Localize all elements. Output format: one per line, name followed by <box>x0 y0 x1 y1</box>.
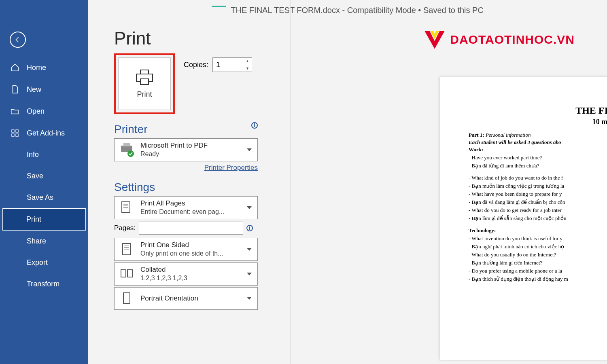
nav-label: Save <box>27 172 43 180</box>
nav-label: Print <box>26 215 41 224</box>
chevron-down-icon <box>247 297 252 300</box>
nav-transform[interactable]: Transform <box>0 273 88 295</box>
pages-label: Pages: <box>114 224 136 232</box>
svg-rect-19 <box>127 270 132 277</box>
home-icon <box>11 63 19 72</box>
nav-label: Home <box>27 63 46 72</box>
nav-share[interactable]: Share <box>0 231 88 252</box>
preview-line: - Do you prefer using a mobile phone or … <box>469 268 607 274</box>
svg-rect-0 <box>12 130 14 132</box>
info-icon[interactable]: i <box>251 122 258 129</box>
grid-icon <box>11 129 19 138</box>
orient-title: Portrait Orientation <box>140 294 241 303</box>
printer-dropdown[interactable]: Microsoft Print to PDF Ready <box>114 138 258 161</box>
scope-title: Print All Pages <box>140 199 241 208</box>
orientation-dropdown[interactable]: Portrait Orientation <box>114 287 258 310</box>
sides-dropdown[interactable]: Print One Sided Only print on one side o… <box>114 238 258 261</box>
nav-addins[interactable]: Get Add-ins <box>0 122 88 144</box>
preview-column: THE FINAL T 10 minut Part 1: Personal in… <box>291 0 607 364</box>
nav-export[interactable]: Export <box>0 252 88 273</box>
copies-spinner[interactable]: ▲ ▼ <box>212 57 252 72</box>
preview-line: - Bạn muốn làm công việc gì trong tương … <box>469 183 607 189</box>
spinner-up[interactable]: ▲ <box>243 58 252 65</box>
settings-heading: Settings <box>114 181 290 194</box>
preview-line: - What invention do you think is useful … <box>469 235 607 242</box>
info-icon[interactable]: i <box>246 225 253 231</box>
preview-line: - Bạn làm gì để sẵn sàng cho một cuộc ph… <box>469 215 607 222</box>
preview-line: - Have you ever worked part time? <box>469 154 607 161</box>
scope-sub: Entire Document: even pag... <box>140 208 241 216</box>
chevron-down-icon <box>247 273 252 275</box>
work-label: Work: <box>469 146 607 153</box>
copies-control: Copies: ▲ ▼ <box>184 57 252 72</box>
svg-rect-18 <box>121 270 126 277</box>
svg-rect-20 <box>123 293 130 303</box>
printer-icon <box>135 69 154 85</box>
sides-sub: Only print on one side of th... <box>140 250 241 258</box>
nav-label: New <box>27 85 41 94</box>
svg-rect-8 <box>123 143 130 146</box>
collate-title: Collated <box>140 265 241 274</box>
preview-line: - Bạn thích sử dụng điện thoại di động h… <box>469 276 607 282</box>
collate-sub: 1,2,3 1,2,3 1,2,3 <box>140 274 241 283</box>
document-icon <box>11 85 19 94</box>
nav-new[interactable]: New <box>0 78 88 100</box>
nav-label: Export <box>27 258 48 267</box>
preview-line: - Bạn nghĩ phát minh nào có ích cho việc… <box>469 243 607 250</box>
printer-status: Ready <box>140 150 241 159</box>
pages-input[interactable] <box>139 222 243 235</box>
page-title: Print <box>114 28 290 49</box>
print-scope-dropdown[interactable]: Print All Pages Entire Document: even pa… <box>114 196 258 219</box>
print-settings-column: Print Print Copies: ▲ <box>88 0 291 364</box>
nav-print[interactable]: Print <box>2 208 86 231</box>
nav-label: Transform <box>27 280 59 288</box>
printer-heading: Printer <box>114 123 290 136</box>
one-sided-icon <box>119 241 135 257</box>
chevron-down-icon <box>247 148 252 151</box>
page-preview: THE FINAL T 10 minut Part 1: Personal in… <box>440 77 607 360</box>
svg-rect-3 <box>16 134 18 136</box>
preview-line: - Bạn đã từng đi làm thêm chưa? <box>469 163 607 169</box>
copies-input[interactable] <box>213 58 243 72</box>
copies-label: Copies: <box>184 61 208 69</box>
pages-icon <box>119 199 135 216</box>
backstage-sidebar: Home New Open Get Add-ins Info Save Save… <box>0 0 88 364</box>
preview-line: - What do you usually do on the Internet… <box>469 252 607 258</box>
print-button-highlight: Print <box>114 53 175 114</box>
portrait-icon <box>119 290 135 307</box>
sides-title: Print One Sided <box>140 241 241 250</box>
preview-line: - Bạn thường làm gì trên Internet? <box>469 260 607 266</box>
nav-label: Save As <box>27 193 53 202</box>
svg-rect-2 <box>12 134 14 136</box>
nav-list: Home New Open Get Add-ins Info Save Save… <box>0 57 88 295</box>
collate-dropdown[interactable]: Collated 1,2,3 1,2,3 1,2,3 <box>114 262 258 286</box>
nav-home[interactable]: Home <box>0 57 88 78</box>
preview-line: - What do you do to get ready for a job … <box>469 207 607 214</box>
svg-rect-4 <box>140 70 149 74</box>
tech-label: Technology: <box>469 227 607 234</box>
print-button[interactable]: Print <box>118 57 171 110</box>
spinner-down[interactable]: ▼ <box>243 65 252 72</box>
back-button[interactable] <box>10 32 26 48</box>
collate-icon <box>119 266 135 282</box>
nav-info[interactable]: Info <box>0 144 88 165</box>
preview-line: - What have you been doing to prepare fo… <box>469 191 607 197</box>
instr-line: Each student will be asked 4 questions a… <box>469 139 607 146</box>
nav-save[interactable]: Save <box>0 165 88 187</box>
nav-label: Get Add-ins <box>27 129 65 138</box>
printer-properties-link[interactable]: Printer Properties <box>114 164 258 172</box>
nav-open[interactable]: Open <box>0 100 88 122</box>
main-area: THE FINAL TEST FORM.docx - Compatibility… <box>88 0 607 364</box>
svg-point-9 <box>127 150 134 157</box>
nav-saveas[interactable]: Save As <box>0 187 88 208</box>
chevron-down-icon <box>247 248 252 251</box>
doc-subtitle: 10 minut <box>489 118 607 126</box>
chevron-down-icon <box>247 206 252 209</box>
arrow-left-icon <box>14 36 21 43</box>
folder-open-icon <box>11 107 19 116</box>
svg-rect-6 <box>140 79 149 85</box>
svg-rect-1 <box>16 130 18 132</box>
doc-title: THE FINAL T <box>489 105 607 116</box>
print-button-label: Print <box>137 90 152 99</box>
nav-label: Info <box>27 150 39 159</box>
